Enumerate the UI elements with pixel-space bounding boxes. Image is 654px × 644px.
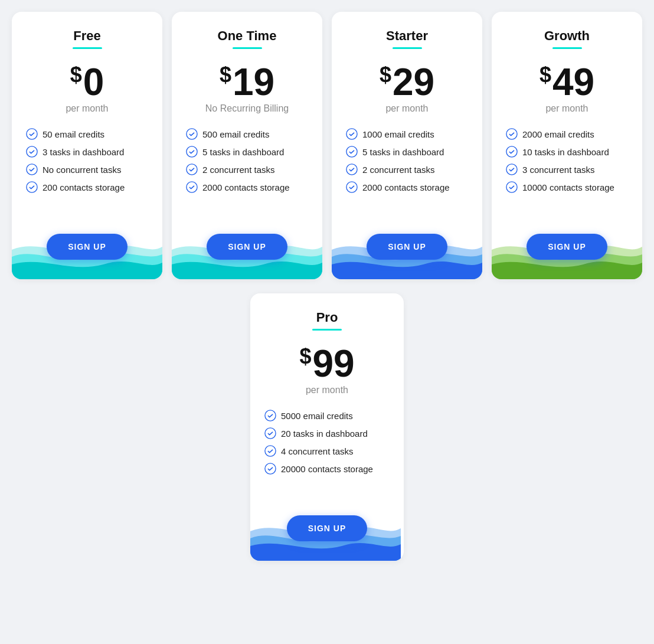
plan-underline: [393, 47, 422, 49]
feature-item: 3 tasks in dashboard: [26, 146, 148, 158]
signup-button[interactable]: SIGN UP: [367, 234, 447, 260]
feature-item: 50 email credits: [26, 128, 148, 140]
svg-point-5: [187, 146, 197, 157]
feature-item: 1000 email credits: [346, 128, 468, 140]
plan-card-growth: Growth$49per month 2000 email credits 10…: [492, 12, 642, 279]
feature-text: 4 concurrent tasks: [281, 446, 354, 456]
features-list: 50 email credits 3 tasks in dashboard No…: [26, 128, 148, 193]
features-list: 500 email credits 5 tasks in dashboard 2…: [186, 128, 308, 193]
feature-text: 2000 email credits: [522, 129, 594, 139]
feature-item: 2000 contacts storage: [186, 181, 308, 193]
feature-item: 5 tasks in dashboard: [186, 146, 308, 158]
features-list: 2000 email credits 10 tasks in dashboard…: [506, 128, 628, 193]
svg-point-17: [265, 428, 276, 439]
features-list: 1000 email credits 5 tasks in dashboard …: [346, 128, 468, 193]
svg-point-4: [187, 129, 197, 139]
price-amount: $19: [186, 63, 308, 101]
pricing-grid: Free$0per month 50 email credits 3 tasks…: [12, 12, 642, 279]
price-area: $19No Recurring Billing: [186, 63, 308, 114]
price-sub: per month: [26, 103, 148, 114]
price-sub: per month: [264, 385, 390, 395]
feature-item: 20 tasks in dashboard: [264, 427, 390, 439]
feature-item: 5 tasks in dashboard: [346, 146, 468, 158]
price-area: $0per month: [26, 63, 148, 114]
svg-point-11: [346, 182, 357, 192]
feature-item: 500 email credits: [186, 128, 308, 140]
price-dollar: $: [539, 63, 551, 87]
card-footer: SIGN UP: [250, 496, 404, 561]
svg-point-0: [27, 129, 37, 139]
svg-point-9: [346, 146, 357, 157]
feature-text: 500 email credits: [202, 129, 269, 139]
price-amount: $49: [506, 63, 628, 101]
svg-point-16: [265, 410, 276, 421]
feature-item: 2 concurrent tasks: [186, 164, 308, 175]
svg-point-3: [27, 182, 37, 192]
feature-item: 3 concurrent tasks: [506, 164, 628, 175]
card-footer: SIGN UP: [172, 214, 322, 279]
feature-item: 10 tasks in dashboard: [506, 146, 628, 158]
feature-text: 5000 email credits: [281, 411, 353, 421]
feature-text: 20 tasks in dashboard: [281, 429, 368, 439]
feature-text: 1000 email credits: [362, 129, 434, 139]
plan-underline: [312, 329, 342, 331]
signup-button[interactable]: SIGN UP: [47, 234, 127, 260]
svg-point-2: [27, 164, 37, 175]
feature-text: 200 contacts storage: [42, 182, 125, 192]
svg-point-12: [506, 129, 517, 139]
feature-item: No concurrent tasks: [26, 164, 148, 175]
feature-text: 5 tasks in dashboard: [202, 147, 284, 157]
plan-underline: [73, 47, 102, 49]
svg-point-14: [506, 164, 517, 175]
feature-text: 3 tasks in dashboard: [42, 147, 124, 157]
signup-button[interactable]: SIGN UP: [207, 234, 287, 260]
price-dollar: $: [380, 63, 391, 87]
feature-text: 2 concurrent tasks: [362, 165, 435, 175]
price-area: $49per month: [506, 63, 628, 114]
plan-underline: [233, 47, 262, 49]
svg-point-8: [346, 129, 357, 139]
feature-item: 4 concurrent tasks: [264, 445, 390, 457]
svg-point-7: [187, 182, 197, 192]
feature-item: 5000 email credits: [264, 410, 390, 421]
plan-name: One Time: [186, 28, 308, 44]
pro-wrapper: Pro$99per month 5000 email credits 20 ta…: [12, 293, 642, 561]
feature-item: 2000 email credits: [506, 128, 628, 140]
card-footer: SIGN UP: [332, 214, 482, 279]
price-amount: $0: [26, 63, 148, 101]
svg-point-18: [265, 446, 276, 456]
feature-text: 2 concurrent tasks: [202, 165, 275, 175]
signup-button[interactable]: SIGN UP: [527, 234, 607, 260]
plan-name: Free: [26, 28, 148, 44]
price-sub: per month: [346, 103, 468, 114]
price-dollar: $: [299, 344, 311, 368]
price-sub: per month: [506, 103, 628, 114]
feature-text: 10 tasks in dashboard: [522, 147, 609, 157]
card-footer: SIGN UP: [12, 214, 162, 279]
plan-underline: [552, 47, 582, 49]
feature-text: 3 concurrent tasks: [522, 165, 595, 175]
price-dollar: $: [220, 63, 231, 87]
plan-card-free: Free$0per month 50 email credits 3 tasks…: [12, 12, 162, 279]
svg-point-6: [187, 164, 197, 175]
feature-item: 200 contacts storage: [26, 181, 148, 193]
feature-item: 2 concurrent tasks: [346, 164, 468, 175]
plan-card-starter: Starter$29per month 1000 email credits 5…: [332, 12, 482, 279]
feature-text: 10000 contacts storage: [522, 182, 614, 192]
feature-item: 10000 contacts storage: [506, 181, 628, 193]
plan-card-pro: Pro$99per month 5000 email credits 20 ta…: [250, 293, 404, 561]
svg-point-19: [265, 463, 276, 474]
svg-point-15: [506, 182, 517, 192]
feature-text: 2000 contacts storage: [362, 182, 450, 192]
feature-text: 2000 contacts storage: [202, 182, 290, 192]
feature-text: 5 tasks in dashboard: [362, 147, 444, 157]
svg-point-1: [27, 146, 37, 157]
features-list: 5000 email credits 20 tasks in dashboard…: [264, 410, 390, 475]
signup-button[interactable]: SIGN UP: [287, 515, 368, 541]
price-area: $29per month: [346, 63, 468, 114]
feature-item: 2000 contacts storage: [346, 181, 468, 193]
price-sub: No Recurring Billing: [186, 103, 308, 114]
price-amount: $29: [346, 63, 468, 101]
price-amount: $99: [264, 345, 390, 383]
card-footer: SIGN UP: [492, 214, 642, 279]
